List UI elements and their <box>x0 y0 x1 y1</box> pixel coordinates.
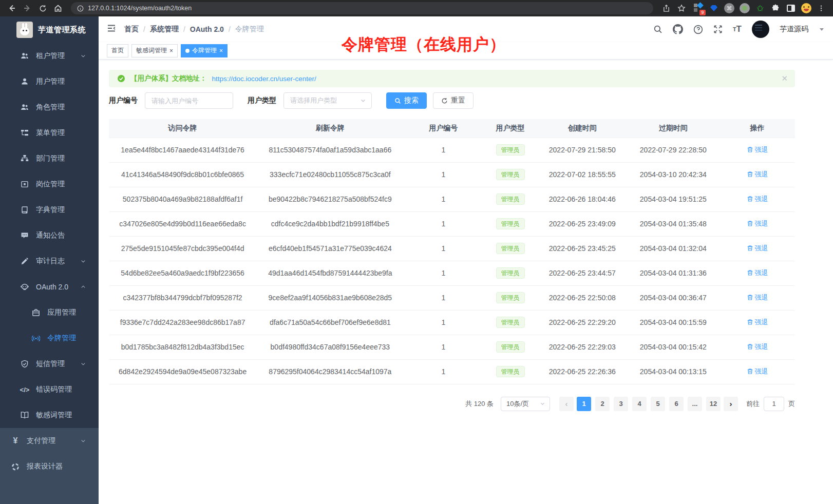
sidebar-item[interactable]: ¥ 支付管理 <box>0 428 99 454</box>
tab-item[interactable]: 敏感词管理 × <box>131 44 178 57</box>
sidebar-item[interactable]: 令牌管理 <box>0 325 99 351</box>
user-id-input[interactable] <box>145 92 233 109</box>
page-size-select[interactable]: 10条/页 <box>501 397 550 411</box>
side-panel-icon[interactable] <box>785 2 797 14</box>
share-icon[interactable] <box>659 2 673 15</box>
page-button[interactable]: 1 <box>577 397 591 411</box>
breadcrumb-item[interactable]: OAuth 2.0 <box>190 25 224 33</box>
page-button[interactable]: 2 <box>595 397 610 411</box>
prev-page-button[interactable]: ‹ <box>559 397 574 411</box>
back-icon[interactable] <box>5 2 18 15</box>
close-icon[interactable]: ✕ <box>781 74 788 83</box>
next-page-button[interactable]: › <box>724 397 738 411</box>
extension-record-icon[interactable] <box>739 2 751 14</box>
breadcrumb-separator: / <box>229 25 231 33</box>
tab-active[interactable]: 令牌管理 × <box>181 44 228 57</box>
sidebar-item[interactable]: 角色管理 <box>0 94 99 120</box>
expire-time-cell: 2054-03-04 00:15:59 <box>627 310 720 335</box>
active-dot-icon <box>185 49 190 53</box>
extension-grid-icon[interactable]: 9 <box>692 2 705 14</box>
peoples-icon <box>21 103 29 111</box>
breadcrumb-item[interactable]: 首页 <box>124 25 139 34</box>
force-logout-link[interactable]: 强退 <box>747 318 768 327</box>
sidebar-item[interactable]: 应用管理 <box>0 300 99 325</box>
sidebar-item[interactable]: 岗位管理 <box>0 171 99 197</box>
user-type-cell: 管理员 <box>483 211 538 236</box>
app-logo[interactable]: 芋道管理系统 <box>0 16 99 43</box>
search-button[interactable]: 搜索 <box>386 92 427 109</box>
hamburger-icon[interactable] <box>107 24 116 35</box>
user-type-select[interactable]: 请选择用户类型 <box>283 92 372 109</box>
font-size-icon[interactable]: TT <box>733 24 742 34</box>
force-logout-link[interactable]: 强退 <box>747 145 768 154</box>
expire-time-cell: 2054-03-04 00:15:42 <box>627 335 720 359</box>
sidebar-item[interactable]: 字典管理 <box>0 197 99 223</box>
success-check-icon <box>117 74 125 83</box>
table-row: 502375b8040a469a9b82188afdf6af1f be90422… <box>109 187 795 211</box>
force-logout-link[interactable]: 强退 <box>747 195 768 204</box>
extension-gem-icon[interactable] <box>708 2 720 14</box>
page-button[interactable]: 12 <box>706 397 721 411</box>
sidebar-item[interactable]: 菜单管理 <box>0 120 99 146</box>
refresh-token-cell: cdfc4ce9c2da4bb1bdf21b9918ff4be5 <box>256 211 404 236</box>
sidebar-item[interactable]: 部门管理 <box>0 146 99 171</box>
force-logout-link[interactable]: 强退 <box>747 293 768 302</box>
close-icon[interactable]: × <box>169 47 173 54</box>
chevron-down-icon[interactable] <box>820 28 824 31</box>
sidebar-item[interactable]: </> 错误码管理 <box>0 377 99 402</box>
home-icon[interactable] <box>51 2 65 15</box>
force-logout-link[interactable]: 强退 <box>747 268 768 278</box>
message-icon <box>21 231 29 240</box>
sidebar-item[interactable]: OAuth 2.0 <box>0 274 99 300</box>
search-icon[interactable] <box>653 25 662 34</box>
access-token-cell: 1ea5e44f8bc1467aaede43144f31de76 <box>109 138 256 162</box>
refresh-token-cell: 333ecfc71e02480cb11055c875c3ca0f <box>256 162 404 187</box>
fullscreen-icon[interactable] <box>713 25 723 34</box>
sidebar-item[interactable]: 租户管理 <box>0 43 99 69</box>
extension-star-icon[interactable]: ✩ <box>754 2 766 14</box>
force-logout-link[interactable]: 强退 <box>747 244 768 253</box>
sidebar-item[interactable]: 通知公告 <box>0 223 99 248</box>
chevron-down-icon <box>360 98 366 104</box>
extension-command-icon[interactable]: ⌘ <box>723 2 735 14</box>
refresh-token-cell: 9ce8ef2aa9f14056b831ae9b608e28d5 <box>256 285 404 310</box>
force-logout-link[interactable]: 强退 <box>747 219 768 228</box>
table-row: 6d842e2924594de9a09e45e087323abe 8796295… <box>109 359 795 384</box>
alert-doc-link[interactable]: https://doc.iocoder.cn/user-center/ <box>212 75 316 83</box>
sidebar-item[interactable]: 报表设计器 <box>0 454 99 479</box>
url-bar[interactable]: 127.0.0.1:1024/system/oauth2/token <box>71 2 653 14</box>
user-avatar[interactable] <box>752 21 769 38</box>
bookmark-star-icon[interactable] <box>675 2 688 15</box>
force-logout-link[interactable]: 强退 <box>747 170 768 179</box>
profile-avatar-icon[interactable] <box>800 2 812 14</box>
goto-page-input[interactable] <box>764 397 784 411</box>
page-button[interactable]: 6 <box>669 397 684 411</box>
sidebar-item[interactable]: 用户管理 <box>0 69 99 94</box>
github-icon[interactable] <box>673 24 683 34</box>
force-logout-link[interactable]: 强退 <box>747 342 768 352</box>
sidebar-item[interactable]: 短信管理 <box>0 351 99 377</box>
close-icon[interactable]: × <box>219 47 223 54</box>
page-button[interactable]: 4 <box>632 397 647 411</box>
breadcrumb-item[interactable]: 系统管理 <box>150 25 179 34</box>
sidebar-item[interactable]: 审计日志 <box>0 248 99 274</box>
user-type-cell: 管理员 <box>483 138 538 162</box>
sidebar-item-label: 敏感词管理 <box>36 411 72 420</box>
column-header: 用户类型 <box>483 119 538 138</box>
page-button[interactable]: 3 <box>614 397 628 411</box>
help-icon[interactable] <box>693 25 703 34</box>
tab-item[interactable]: 首页 <box>107 44 128 57</box>
force-logout-link[interactable]: 强退 <box>747 367 768 376</box>
chevron-up-icon <box>80 284 86 290</box>
forward-icon[interactable] <box>21 2 34 15</box>
page-button[interactable]: 5 <box>651 397 665 411</box>
sidebar-item[interactable]: 敏感词管理 <box>0 402 99 428</box>
page-button[interactable]: ... <box>688 397 702 411</box>
browser-menu-icon[interactable] <box>815 2 828 15</box>
sidebar-item-label: 通知公告 <box>36 231 65 240</box>
reset-button[interactable]: 重置 <box>433 92 474 109</box>
trash-icon <box>747 245 753 251</box>
breadcrumb-separator: / <box>183 25 185 33</box>
extension-puzzle-icon[interactable] <box>769 2 782 14</box>
reload-icon[interactable] <box>36 2 49 15</box>
